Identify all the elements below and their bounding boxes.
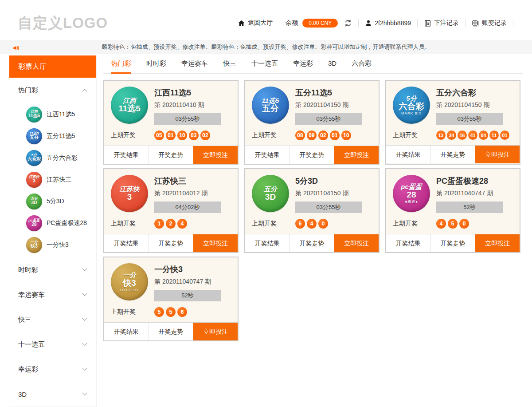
account-records-icon <box>472 20 479 27</box>
category-tab[interactable]: 六合彩 <box>352 54 372 74</box>
home-icon <box>238 20 245 27</box>
bet-now-button[interactable]: 立即投注 <box>475 234 520 252</box>
account-records-link[interactable]: 账变记录 <box>472 19 507 27</box>
draw-result-button[interactable]: 开奖结果 <box>386 146 430 163</box>
sidebar-game-item[interactable]: 一分快3LOTTERY 一分快3 <box>9 234 96 256</box>
category-tab[interactable]: 幸运赛车 <box>181 54 208 74</box>
game-card: 五分3D 5分3D 第 20201104150 期 03分55秒 上期开奖 64… <box>244 168 379 253</box>
draw-result-button[interactable]: 开奖结果 <box>104 323 149 340</box>
chevron-down-icon <box>82 341 87 346</box>
account-records-label: 账变记录 <box>482 19 507 27</box>
game-icon: 一分快3LOTTERY <box>111 263 148 300</box>
divider <box>279 19 279 27</box>
result-ball: 02 <box>318 130 328 140</box>
sidebar-game-item[interactable]: 11选5五分 五分11选5 <box>9 125 96 147</box>
balance-value-badge: 0.00 CNY <box>302 19 338 28</box>
result-ball: 04 <box>479 130 488 140</box>
game-card-footer: 开奖结果 开奖走势 立即投注 <box>386 234 520 252</box>
draw-trend-button[interactable]: 开奖走势 <box>289 146 335 164</box>
game-card-body: 一分快3LOTTERY 一分快3 第 202011040747 期 52秒 上期… <box>104 257 238 322</box>
game-icon: 11选5五分 <box>252 87 289 124</box>
draw-result-button[interactable]: 开奖结果 <box>104 146 149 164</box>
bet-now-button[interactable]: 立即投注 <box>334 234 379 252</box>
game-icon: 江苏快3 <box>111 175 148 212</box>
result-ball: 6 <box>295 219 305 229</box>
result-balls: 13341641041101 <box>436 130 509 140</box>
bet-records-label: 下注记录 <box>434 19 459 27</box>
sidebar-title: 彩票大厅 <box>9 55 96 78</box>
sidebar-section[interactable]: 时时彩 <box>9 257 96 282</box>
game-icon: 五分3D <box>26 194 42 209</box>
prev-draw-label: 上期开奖 <box>252 131 295 139</box>
draw-trend-button[interactable]: 开奖走势 <box>149 146 194 164</box>
game-icon: 江西11选5 <box>111 87 148 124</box>
user-account[interactable]: 2f2hhbb8899 <box>365 20 411 27</box>
game-period: 第 202011040747 期 <box>436 190 513 198</box>
sidebar-section[interactable]: 快三 <box>9 307 96 332</box>
result-ball: 0 <box>459 219 469 229</box>
sidebar-section[interactable]: 3D <box>9 382 96 407</box>
bet-now-button[interactable]: 立即投注 <box>193 323 238 340</box>
draw-trend-button[interactable]: 开奖走势 <box>149 234 194 252</box>
sidebar-game-item[interactable]: pc蛋蛋28♣极速♠ PC蛋蛋极速28 <box>9 212 96 234</box>
game-card-body: 江西11选5 江西11选5 第 2020110410 期 03分55秒 上期开奖… <box>104 81 238 146</box>
sidebar-game-item[interactable]: 江西11选5 江西11选5 <box>9 103 96 125</box>
category-tabs: 热门彩时时彩幸运赛车快三十一选五幸运彩3D六合彩 <box>103 54 523 74</box>
draw-trend-button[interactable]: 开奖走势 <box>289 234 335 252</box>
game-icon: 五分3D <box>252 175 289 212</box>
countdown-timer: 04分02秒 <box>154 202 221 213</box>
draw-result-button[interactable]: 开奖结果 <box>245 234 289 252</box>
user-icon <box>365 20 372 27</box>
game-icon-text: 六合彩 <box>399 102 424 111</box>
category-tab[interactable]: 时时彩 <box>146 54 166 74</box>
back-to-hall-link[interactable]: 返回大厅 <box>238 19 273 27</box>
sidebar-game-item[interactable]: 五分3D 5分3D <box>9 190 96 212</box>
refresh-balance-icon[interactable] <box>344 19 352 27</box>
draw-result-button[interactable]: 开奖结果 <box>104 234 149 252</box>
prev-draw-label: 上期开奖 <box>393 220 436 228</box>
game-icon: 5分六合彩MARK SIX <box>26 150 42 166</box>
draw-trend-button[interactable]: 开奖走势 <box>149 323 194 340</box>
sidebar-game-item[interactable]: 江苏快3 江苏快三 <box>9 169 96 190</box>
draw-trend-button[interactable]: 开奖走势 <box>430 234 476 252</box>
result-ball: 01 <box>500 130 509 140</box>
sidebar-game-item[interactable]: 5分六合彩MARK SIX 五分六合彩 <box>9 147 96 169</box>
result-ball: 08 <box>295 130 305 140</box>
sidebar-section[interactable]: 十一选五 <box>9 332 96 357</box>
game-icon-text: 五分 <box>262 104 279 113</box>
draw-result-button[interactable]: 开奖结果 <box>386 234 430 252</box>
game-icon-text: 3 <box>33 179 35 184</box>
sidebar-section[interactable]: 幸运赛车 <box>9 282 96 307</box>
result-ball: 09 <box>307 130 317 140</box>
bet-now-button[interactable]: 立即投注 <box>334 146 379 164</box>
bet-records-link[interactable]: 下注记录 <box>424 19 459 27</box>
sidebar-section-label: 热门彩 <box>18 86 38 95</box>
category-tab[interactable]: 热门彩 <box>111 54 131 74</box>
game-period: 第 202011040747 期 <box>154 278 231 286</box>
draw-result-button[interactable]: 开奖结果 <box>245 146 289 164</box>
category-tab[interactable]: 3D <box>328 54 336 74</box>
sidebar-section-hot[interactable]: 热门彩 <box>9 78 96 103</box>
category-tab[interactable]: 幸运彩 <box>293 54 313 74</box>
game-card-body: pc蛋蛋28♣极速♠ PC蛋蛋极速28 第 202011040747 期 52秒… <box>386 169 520 234</box>
sidebar: 彩票大厅 热门彩 江西11选5 江西11选5 11选5五分 五分11选5 5分六… <box>9 55 97 407</box>
bet-now-button[interactable]: 立即投注 <box>193 234 238 252</box>
divider <box>465 19 466 27</box>
category-tab[interactable]: 快三 <box>223 54 236 74</box>
game-icon-text: 快3 <box>31 244 38 249</box>
countdown-timer: 03分55秒 <box>154 113 221 125</box>
game-period: 第 20201104150 期 <box>295 190 372 198</box>
bet-now-button[interactable]: 立即投注 <box>193 146 238 164</box>
category-tab[interactable]: 十一选五 <box>251 54 278 74</box>
bet-now-button[interactable]: 立即投注 <box>475 146 520 163</box>
game-icon-text: pc蛋蛋 <box>401 183 422 190</box>
result-ball: 10 <box>177 130 187 140</box>
sidebar-section[interactable]: 幸运彩 <box>9 357 96 382</box>
game-period: 第 20201104012 期 <box>154 190 231 198</box>
game-period: 第 20201104150 期 <box>436 101 513 109</box>
draw-trend-button[interactable]: 开奖走势 <box>430 146 476 163</box>
game-icon-text: ♣极速♠ <box>405 200 418 204</box>
game-icon-text: 快3 <box>123 279 136 288</box>
game-card-grid: 江西11选5 江西11选5 第 2020110410 期 03分55秒 上期开奖… <box>103 80 523 341</box>
result-ball: 0 <box>318 219 328 229</box>
